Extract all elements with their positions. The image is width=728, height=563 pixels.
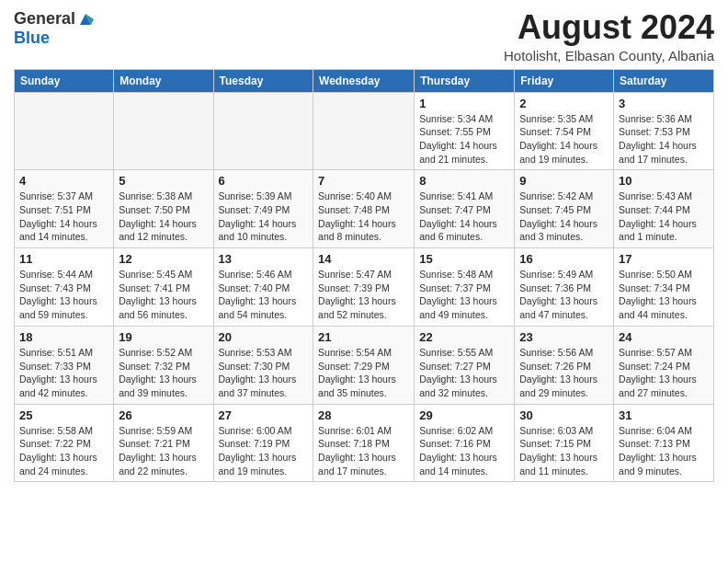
- calendar-day-cell: 3Sunrise: 5:36 AM Sunset: 7:53 PM Daylig…: [614, 92, 714, 170]
- calendar-day-cell: 12Sunrise: 5:45 AM Sunset: 7:41 PM Dayli…: [114, 248, 213, 327]
- calendar-day-cell: 15Sunrise: 5:48 AM Sunset: 7:37 PM Dayli…: [415, 248, 515, 327]
- day-info: Sunrise: 5:59 AM Sunset: 7:21 PM Dayligh…: [119, 424, 208, 478]
- calendar-week-row: 25Sunrise: 5:58 AM Sunset: 7:22 PM Dayli…: [15, 404, 714, 482]
- day-number: 2: [519, 97, 609, 110]
- day-info: Sunrise: 5:48 AM Sunset: 7:37 PM Dayligh…: [419, 268, 509, 322]
- calendar-day-cell: 10Sunrise: 5:43 AM Sunset: 7:44 PM Dayli…: [614, 170, 714, 248]
- calendar-day-cell: 7Sunrise: 5:40 AM Sunset: 7:48 PM Daylig…: [313, 170, 415, 248]
- day-number: 26: [119, 408, 208, 422]
- day-info: Sunrise: 5:34 AM Sunset: 7:55 PM Dayligh…: [419, 112, 509, 167]
- calendar-day-cell: 17Sunrise: 5:50 AM Sunset: 7:34 PM Dayli…: [614, 248, 714, 327]
- logo: General Blue: [14, 9, 94, 48]
- day-info: Sunrise: 5:54 AM Sunset: 7:29 PM Dayligh…: [318, 346, 409, 400]
- day-info: Sunrise: 5:49 AM Sunset: 7:36 PM Dayligh…: [519, 268, 609, 322]
- page-header: General Blue August 2024 Hotolisht, Elba…: [14, 9, 714, 63]
- calendar-day-cell: 31Sunrise: 6:04 AM Sunset: 7:13 PM Dayli…: [614, 404, 714, 482]
- day-info: Sunrise: 5:56 AM Sunset: 7:26 PM Dayligh…: [519, 346, 609, 400]
- day-number: 14: [318, 252, 409, 266]
- day-number: 23: [519, 330, 609, 344]
- logo-icon: [77, 11, 94, 28]
- day-number: 19: [119, 330, 208, 344]
- calendar-day-cell: 5Sunrise: 5:38 AM Sunset: 7:50 PM Daylig…: [114, 170, 213, 248]
- day-info: Sunrise: 5:46 AM Sunset: 7:40 PM Dayligh…: [219, 268, 309, 322]
- day-number: 4: [19, 174, 108, 188]
- day-info: Sunrise: 5:50 AM Sunset: 7:34 PM Dayligh…: [619, 268, 709, 322]
- calendar-day-cell: 26Sunrise: 5:59 AM Sunset: 7:21 PM Dayli…: [114, 404, 213, 482]
- day-info: Sunrise: 6:00 AM Sunset: 7:19 PM Dayligh…: [219, 424, 309, 478]
- calendar-day-cell: 2Sunrise: 5:35 AM Sunset: 7:54 PM Daylig…: [515, 92, 614, 170]
- calendar-day-cell: 24Sunrise: 5:57 AM Sunset: 7:24 PM Dayli…: [614, 326, 714, 404]
- day-of-week-header: Thursday: [415, 69, 515, 92]
- day-number: 16: [519, 252, 609, 266]
- day-info: Sunrise: 5:36 AM Sunset: 7:53 PM Dayligh…: [619, 112, 709, 167]
- day-number: 6: [219, 174, 309, 188]
- day-number: 29: [419, 408, 509, 422]
- calendar-day-cell: 13Sunrise: 5:46 AM Sunset: 7:40 PM Dayli…: [213, 248, 313, 327]
- day-number: 27: [219, 408, 309, 422]
- location-title: Hotolisht, Elbasan County, Albania: [504, 48, 714, 63]
- calendar-day-cell: 8Sunrise: 5:41 AM Sunset: 7:47 PM Daylig…: [415, 170, 515, 248]
- calendar-day-cell: [213, 92, 313, 170]
- calendar-day-cell: 18Sunrise: 5:51 AM Sunset: 7:33 PM Dayli…: [15, 326, 114, 404]
- calendar-day-cell: [313, 92, 415, 170]
- calendar-week-row: 18Sunrise: 5:51 AM Sunset: 7:33 PM Dayli…: [15, 326, 714, 404]
- day-number: 7: [318, 174, 409, 188]
- day-info: Sunrise: 5:39 AM Sunset: 7:49 PM Dayligh…: [219, 190, 309, 244]
- calendar-table: SundayMondayTuesdayWednesdayThursdayFrid…: [14, 69, 714, 483]
- calendar-day-cell: 16Sunrise: 5:49 AM Sunset: 7:36 PM Dayli…: [515, 248, 614, 327]
- calendar-week-row: 4Sunrise: 5:37 AM Sunset: 7:51 PM Daylig…: [15, 170, 714, 248]
- day-info: Sunrise: 5:35 AM Sunset: 7:54 PM Dayligh…: [519, 112, 609, 167]
- calendar-day-cell: 25Sunrise: 5:58 AM Sunset: 7:22 PM Dayli…: [15, 404, 114, 482]
- day-number: 3: [619, 97, 709, 110]
- day-info: Sunrise: 5:51 AM Sunset: 7:33 PM Dayligh…: [19, 346, 108, 400]
- day-of-week-header: Sunday: [15, 69, 114, 92]
- title-block: August 2024 Hotolisht, Elbasan County, A…: [504, 9, 714, 63]
- day-info: Sunrise: 6:02 AM Sunset: 7:16 PM Dayligh…: [419, 424, 509, 478]
- calendar-day-cell: 21Sunrise: 5:54 AM Sunset: 7:29 PM Dayli…: [313, 326, 415, 404]
- calendar-day-cell: 9Sunrise: 5:42 AM Sunset: 7:45 PM Daylig…: [515, 170, 614, 248]
- day-of-week-header: Wednesday: [313, 69, 415, 92]
- day-of-week-header: Tuesday: [213, 69, 313, 92]
- day-number: 20: [219, 330, 309, 344]
- calendar-day-cell: 20Sunrise: 5:53 AM Sunset: 7:30 PM Dayli…: [213, 326, 313, 404]
- calendar-day-cell: 1Sunrise: 5:34 AM Sunset: 7:55 PM Daylig…: [415, 92, 515, 170]
- calendar-day-cell: 28Sunrise: 6:01 AM Sunset: 7:18 PM Dayli…: [313, 404, 415, 482]
- day-of-week-header: Friday: [515, 69, 614, 92]
- calendar-day-cell: 11Sunrise: 5:44 AM Sunset: 7:43 PM Dayli…: [15, 248, 114, 327]
- day-info: Sunrise: 5:37 AM Sunset: 7:51 PM Dayligh…: [19, 190, 108, 244]
- day-number: 15: [419, 252, 509, 266]
- day-number: 11: [19, 252, 108, 266]
- day-info: Sunrise: 5:42 AM Sunset: 7:45 PM Dayligh…: [519, 190, 609, 244]
- day-number: 28: [318, 408, 409, 422]
- calendar-day-cell: 19Sunrise: 5:52 AM Sunset: 7:32 PM Dayli…: [114, 326, 213, 404]
- calendar-day-cell: 6Sunrise: 5:39 AM Sunset: 7:49 PM Daylig…: [213, 170, 313, 248]
- day-number: 8: [419, 174, 509, 188]
- day-number: 13: [219, 252, 309, 266]
- logo-general: General: [14, 9, 75, 29]
- day-info: Sunrise: 5:45 AM Sunset: 7:41 PM Dayligh…: [119, 268, 208, 322]
- day-number: 22: [419, 330, 509, 344]
- calendar-day-cell: 29Sunrise: 6:02 AM Sunset: 7:16 PM Dayli…: [415, 404, 515, 482]
- calendar-day-cell: 22Sunrise: 5:55 AM Sunset: 7:27 PM Dayli…: [415, 326, 515, 404]
- day-info: Sunrise: 5:44 AM Sunset: 7:43 PM Dayligh…: [19, 268, 108, 322]
- day-info: Sunrise: 5:55 AM Sunset: 7:27 PM Dayligh…: [419, 346, 509, 400]
- calendar-day-cell: 30Sunrise: 6:03 AM Sunset: 7:15 PM Dayli…: [515, 404, 614, 482]
- day-number: 17: [619, 252, 709, 266]
- logo-blue: Blue: [14, 29, 50, 47]
- day-info: Sunrise: 5:41 AM Sunset: 7:47 PM Dayligh…: [419, 190, 509, 244]
- day-info: Sunrise: 6:01 AM Sunset: 7:18 PM Dayligh…: [318, 424, 409, 478]
- day-info: Sunrise: 5:53 AM Sunset: 7:30 PM Dayligh…: [219, 346, 309, 400]
- day-of-week-header: Saturday: [614, 69, 714, 92]
- day-number: 5: [119, 174, 208, 188]
- calendar-week-row: 1Sunrise: 5:34 AM Sunset: 7:55 PM Daylig…: [15, 92, 714, 170]
- day-number: 9: [519, 174, 609, 188]
- calendar-day-cell: 23Sunrise: 5:56 AM Sunset: 7:26 PM Dayli…: [515, 326, 614, 404]
- day-info: Sunrise: 5:43 AM Sunset: 7:44 PM Dayligh…: [619, 190, 709, 244]
- day-info: Sunrise: 6:03 AM Sunset: 7:15 PM Dayligh…: [519, 424, 609, 478]
- day-info: Sunrise: 5:40 AM Sunset: 7:48 PM Dayligh…: [318, 190, 409, 244]
- calendar-day-cell: 27Sunrise: 6:00 AM Sunset: 7:19 PM Dayli…: [213, 404, 313, 482]
- day-number: 31: [619, 408, 709, 422]
- calendar-day-cell: [114, 92, 213, 170]
- day-number: 30: [519, 408, 609, 422]
- day-number: 21: [318, 330, 409, 344]
